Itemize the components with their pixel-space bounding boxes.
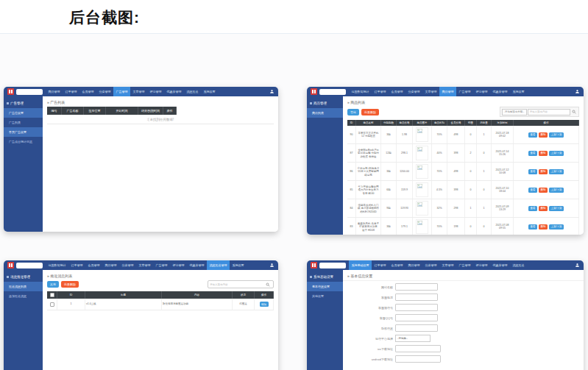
search-icon[interactable] — [266, 282, 270, 287]
delete-button[interactable]: 批量删除 — [61, 281, 79, 288]
nav-item[interactable]: 运营数据统计 — [46, 260, 68, 270]
row-toggle-button[interactable]: 上架/下架 — [549, 151, 564, 156]
nav-item[interactable]: 系统基础设置 — [349, 260, 372, 270]
text-field[interactable] — [395, 355, 441, 363]
nav-item[interactable]: 分类管理 — [422, 260, 439, 270]
nav-item[interactable]: 文章管理 — [136, 260, 153, 270]
select-all-checkbox[interactable] — [50, 293, 54, 297]
nav-item[interactable]: 优惠券管理 — [164, 87, 184, 96]
nav-item[interactable]: 商品管理 — [439, 87, 456, 96]
nav-item[interactable]: 分类管理 — [405, 87, 422, 96]
table-cell: 298.1 — [397, 144, 413, 162]
sms-platform-select[interactable]: -请选择-- — [395, 335, 431, 342]
table-header-row: ID商品名称分期期数商品价格商品图片商品折扣会员价格销量浏览量添加时间操作 — [347, 120, 579, 126]
nav-item[interactable]: 评论管理 — [147, 87, 164, 96]
nav-item[interactable]: 会员管理 — [85, 260, 102, 270]
row-delete-button[interactable]: 删除 — [539, 224, 548, 230]
table-cell: 86 — [347, 163, 356, 180]
sidebar-item[interactable]: 首页广告设置 — [4, 127, 43, 137]
row-toggle-button[interactable]: 上架/下架 — [549, 206, 564, 211]
nav-item[interactable]: 商品管理 — [405, 260, 422, 270]
row-view-button[interactable]: 查看 — [528, 132, 537, 138]
delete-button[interactable]: 批量删除 — [361, 109, 379, 115]
row-checkbox[interactable] — [50, 302, 54, 307]
nav-item[interactable]: 订单管理 — [372, 260, 389, 270]
primary-button[interactable]: 发布 — [47, 281, 59, 288]
nav-item[interactable]: 分类管理 — [96, 87, 113, 96]
user-icon[interactable] — [269, 260, 274, 270]
nav-item[interactable]: 文章管理 — [439, 260, 456, 270]
nav-item[interactable]: 广告管理 — [456, 87, 473, 96]
row-view-button[interactable]: 查看 — [528, 206, 537, 211]
text-field[interactable] — [395, 324, 438, 332]
nav-item[interactable]: 消息推送 — [510, 260, 527, 270]
search-input[interactable]: 请输入搜索内容 — [210, 283, 264, 286]
row-view-button[interactable]: 查看 — [528, 169, 537, 174]
nav-item[interactable]: 消息推送 — [184, 87, 201, 96]
nav-item[interactable]: 优惠券管理 — [490, 260, 510, 270]
row-view-button[interactable]: 查看 — [528, 188, 537, 193]
text-field[interactable] — [395, 345, 441, 352]
nav-item[interactable]: 会员管理 — [79, 87, 96, 96]
user-icon[interactable] — [575, 87, 580, 96]
search-input[interactable]: 请输入搜索内容 — [528, 109, 570, 115]
row-delete-button[interactable]: 删除 — [539, 169, 548, 174]
nav-item[interactable]: 广告管理 — [113, 87, 130, 96]
field-label: 客服电话 — [347, 296, 395, 299]
row-delete-button[interactable]: 删除 — [539, 188, 548, 193]
text-field[interactable] — [395, 314, 438, 321]
sidebar-item[interactable]: 推送消息列表 — [4, 282, 43, 291]
text-field[interactable] — [395, 283, 438, 291]
sidebar-item[interactable]: 基本信息设置 — [307, 282, 343, 291]
text-field[interactable] — [395, 293, 438, 301]
table-cell — [413, 163, 432, 180]
sidebar-item[interactable]: 其他设置 — [307, 291, 343, 301]
nav-item[interactable]: 订单管理 — [68, 260, 85, 270]
sidebar-item[interactable]: 广告位设置 — [4, 108, 43, 118]
nav-item[interactable]: 运营数据统计 — [349, 87, 372, 96]
user-icon[interactable] — [269, 87, 274, 96]
nav-item[interactable]: 系统设置 — [201, 87, 218, 96]
nav-item[interactable]: 广告管理 — [153, 260, 170, 270]
row-delete-button[interactable]: 删除 — [539, 151, 548, 156]
nav-item[interactable]: 系统设置 — [230, 260, 247, 270]
nav-item[interactable]: 系统设置 — [510, 87, 527, 96]
nav-item[interactable]: 广告管理 — [456, 260, 473, 270]
nav-item[interactable]: 文章管理 — [422, 87, 439, 96]
nav-item[interactable]: 文章管理 — [130, 87, 147, 96]
primary-button[interactable]: 导出 — [347, 109, 359, 115]
row-delete-button[interactable]: 删除 — [539, 206, 548, 211]
row-view-button[interactable]: 查看 — [528, 224, 537, 230]
search-icon[interactable] — [572, 110, 576, 114]
nav-item[interactable]: 优惠券管理 — [490, 87, 510, 96]
nav-item[interactable]: 订单管理 — [372, 87, 389, 96]
row-toggle-button[interactable]: 上架/下架 — [549, 224, 564, 230]
logo-stripe — [9, 263, 10, 267]
row-toggle-button[interactable]: 上架/下架 — [549, 169, 564, 174]
nav-item[interactable]: 评论管理 — [170, 260, 187, 270]
sidebar-item[interactable]: 广告列表 — [4, 118, 43, 127]
sidebar-item[interactable]: 商品列表 — [307, 108, 343, 118]
nav-item[interactable]: 评论管理 — [473, 87, 490, 96]
row-toggle-button[interactable]: 上架/下架 — [549, 188, 564, 193]
nav-item[interactable]: 评论管理 — [473, 260, 490, 270]
nav-item[interactable]: 会员管理 — [389, 260, 405, 270]
text-field[interactable] — [395, 304, 438, 311]
table-cell: 1200.00 — [397, 163, 413, 180]
row-toggle-button[interactable]: 上架/下架 — [549, 132, 564, 138]
nav-item[interactable]: 分类管理 — [119, 260, 136, 270]
user-icon[interactable] — [575, 260, 580, 270]
nav-item[interactable]: 优惠券管理 — [187, 260, 207, 270]
nav-item[interactable]: 消息推送管理 — [207, 260, 230, 270]
nav-item[interactable]: 商品管理 — [102, 260, 119, 270]
search-type-select[interactable]: -请选择搜索类型-- — [502, 109, 527, 115]
row-edit-button[interactable]: 编辑 — [260, 302, 269, 307]
nav-item[interactable]: 会员管理 — [389, 87, 405, 96]
nav-item[interactable]: 商品管理 — [46, 87, 63, 96]
row-view-button[interactable]: 查看 — [528, 151, 537, 156]
nav-item[interactable]: 订单管理 — [63, 87, 79, 96]
sidebar-item[interactable]: 添加推送消息 — [4, 291, 43, 301]
row-delete-button[interactable]: 删除 — [539, 132, 548, 138]
breadcrumb: » 商品列表 — [347, 100, 579, 104]
sidebar-item[interactable]: 广告点击统计日志 — [4, 137, 43, 146]
